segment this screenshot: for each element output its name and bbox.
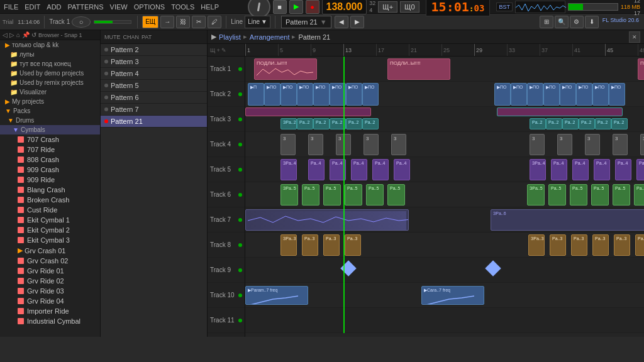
clip[interactable]: ▶ПО [609, 83, 625, 106]
clip[interactable]: Pa..5 [323, 184, 341, 206]
volume-slider[interactable] [94, 20, 131, 24]
clip[interactable]: Pa..2 [313, 118, 330, 129]
track-row-8[interactable]: ЗPa..3 Pa..3 Pa..3 Pa..3 ЗPa..3 Pa..3 Pa… [245, 233, 644, 258]
drums-item[interactable]: ▼ Drums [0, 116, 100, 125]
track-row-5[interactable]: ЗPa..4 Pa..4 Pa..4 Pa..4 Pa..4 Pa..4 ЗPa… [245, 157, 644, 182]
clip[interactable]: 3 [391, 134, 406, 155]
sidebar-item-909-ride[interactable]: 909 Ride [0, 175, 100, 185]
track-label-5[interactable]: Track 5 [208, 157, 245, 182]
clip[interactable]: Pa..3 [571, 234, 587, 256]
clip[interactable]: Pa..5 [613, 184, 630, 206]
clip[interactable]: Pa..2 [330, 118, 346, 129]
zoom-btn[interactable]: 🔍 [555, 16, 569, 28]
pattern-item-21[interactable]: Pattern 21 [101, 116, 207, 128]
clip[interactable]: Pa..2 [546, 118, 562, 129]
used-demo-item[interactable]: 📁 Used by demo projects [0, 69, 100, 78]
visualizer-item[interactable]: 📁 Visualizer [0, 87, 100, 97]
clip[interactable]: Pa..5 [345, 184, 362, 206]
clip[interactable]: Pa..5 [387, 184, 405, 206]
track-row-6[interactable]: ЗPa..5 Pa..5 Pa..5 Pa..5 Pa..5 Pa..5 ЗPa… [245, 182, 644, 207]
sidebar-item-grv-ride02[interactable]: Grv Ride 02 [0, 276, 100, 286]
home-icon[interactable]: ⌂ [16, 31, 20, 38]
pattern-selector[interactable]: Pattern 21 ▼ [281, 16, 331, 28]
clip[interactable]: Pa..5 [548, 184, 566, 206]
track-row-3[interactable]: ЗPa..2 Pa..2 Pa..2 Pa..2 Pa..2 Pa..2 Pa.… [245, 107, 644, 132]
clip[interactable]: Pa..2 [297, 118, 313, 129]
sidebar-item-broken-crash[interactable]: Broken Crash [0, 195, 100, 205]
folder-item[interactable]: 📁 тут все под конец [0, 59, 100, 69]
clip[interactable]: ЗPa..3 [280, 234, 297, 256]
used-remix-item[interactable]: 📁 Used by remix projects [0, 78, 100, 87]
sidebar-item-ekit3[interactable]: Ekit Cymbal 3 [0, 235, 100, 245]
clip[interactable]: Pa..2 [346, 118, 362, 129]
clip[interactable]: Pa..2 [611, 118, 628, 129]
clip[interactable]: ▶ПО [362, 83, 379, 106]
line-selector[interactable]: Line▼ [245, 16, 270, 28]
pattern-item-3[interactable]: Pattern 3 [101, 56, 207, 68]
clip[interactable]: ПОДЛИ..Ы!!!! [254, 58, 317, 80]
clip[interactable]: ▶Param..7 freq [245, 286, 308, 305]
clip[interactable]: ЗPa..6 [491, 209, 644, 231]
clip[interactable]: ЗPa..5 [527, 184, 545, 206]
clip[interactable]: ▶ПО [313, 83, 330, 106]
cymbals-item[interactable]: ▼ Cymbals [0, 125, 100, 134]
menu-options[interactable]: OPTIONS [134, 3, 165, 11]
clip[interactable]: ▶Cara..7 freq [421, 286, 484, 305]
snap-icon[interactable]: 📌 [22, 31, 30, 38]
draw-btn[interactable]: 🖊 [208, 16, 221, 28]
forward-icon[interactable]: ▷ [9, 31, 14, 38]
track-label-6[interactable]: Track 6 [208, 182, 245, 207]
refresh-icon[interactable]: ↺ [31, 31, 36, 38]
sidebar-item-grv-ride01[interactable]: Grv Ride 01 [0, 266, 100, 276]
folder-item[interactable]: ▶ только clap & kk [0, 40, 100, 50]
clip[interactable]: 3 [364, 134, 379, 155]
pattern-item-2[interactable]: Pattern 2 [101, 44, 207, 56]
track-row-9[interactable]: ▶Param..d7 freq [245, 258, 644, 283]
clip[interactable]: Pa..5 [634, 184, 644, 206]
pattern-item-5[interactable]: Pattern 5 [101, 80, 207, 92]
diamond-clip[interactable] [485, 260, 501, 276]
sidebar-item-grv-crash02[interactable]: Grv Crash 02 [0, 256, 100, 266]
track-row-11[interactable] [245, 308, 644, 333]
clip[interactable]: 3 [640, 134, 644, 155]
clip[interactable]: Pa..2 [362, 118, 379, 129]
pattern-prev[interactable]: ◀ [335, 16, 348, 28]
clip[interactable]: ▶ПО [511, 83, 527, 106]
clip[interactable]: ЗPa..5 [280, 184, 298, 206]
close-btn[interactable]: ✕ [629, 31, 640, 43]
clip[interactable]: ▶ПО [264, 83, 280, 106]
pattern-item-6[interactable]: Pattern 6 [101, 92, 207, 104]
clip[interactable]: ПОДЛИ..Ы!!!! [638, 58, 644, 80]
pattern-item-7[interactable]: Pattern 7 [101, 104, 207, 116]
clip[interactable]: Pa..3 [614, 234, 630, 256]
clip[interactable]: Pa..4 [351, 159, 367, 180]
clip[interactable]: Pa..4 [551, 159, 567, 180]
track-label-1[interactable]: Track 1 [208, 57, 245, 82]
clip[interactable]: Pa..4 [594, 159, 610, 180]
clip[interactable]: ▶ПО [527, 83, 543, 106]
clip[interactable]: Pa..3 [302, 234, 318, 256]
arrangement-view[interactable]: 1 5 9 13 17 21 25 29 33 37 41 45 49 53 [245, 44, 644, 337]
track-label-8[interactable]: Track 8 [208, 233, 245, 258]
clip[interactable]: Pa..4 [394, 159, 410, 180]
sidebar-item-blang-crash[interactable]: Blang Crash [0, 185, 100, 195]
download-btn[interactable]: ⬇ [585, 16, 599, 28]
sidebar-item-707-crash[interactable]: 707 Crash [0, 134, 100, 145]
small-knob[interactable]: ○ [72, 16, 91, 28]
clip[interactable]: Pa..2 [579, 118, 595, 129]
track-row-1[interactable]: ПОДЛИ..Ы!!!! ПОДЛИ..Ы!!!! ПОДЛИ..Ы!!!! [245, 57, 644, 82]
sidebar-item-industrial-cymbal[interactable]: Industrial Cymbal [0, 316, 100, 326]
clip[interactable]: Pa..4 [330, 159, 346, 180]
menu-tools[interactable]: TOOLS [171, 3, 194, 11]
sidebar-item-grv-crash01[interactable]: ▶ Grv Crash 01 [0, 245, 100, 256]
clip[interactable]: Pa..4 [615, 159, 631, 180]
clip[interactable]: Pa..3 [550, 234, 566, 256]
menu-help[interactable]: HELP [201, 3, 219, 11]
clip[interactable]: 3 [585, 134, 600, 155]
clip[interactable]: Pa..2 [595, 118, 611, 129]
arrow-btn[interactable]: → [160, 16, 174, 28]
clip[interactable]: 3 [557, 134, 572, 155]
track-row-4[interactable]: 3 3 3 3 3 3 3 3 3 3 3 3 3 [245, 132, 644, 157]
clip[interactable]: ▶ПО [330, 83, 346, 106]
sidebar-item-cust-ride[interactable]: Cust Ride [0, 205, 100, 215]
